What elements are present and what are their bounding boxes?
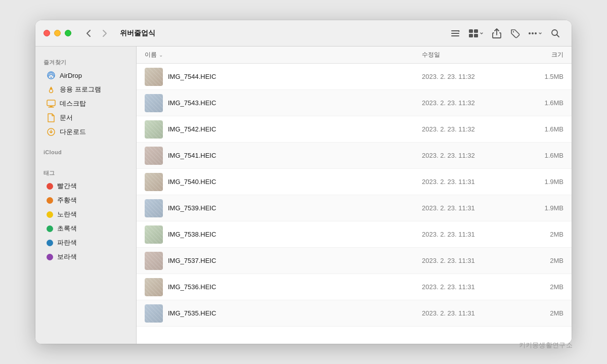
airdrop-icon	[47, 71, 56, 80]
sidebar-item-desktop[interactable]: 데스크탑	[38, 97, 133, 111]
tag-button[interactable]	[507, 25, 523, 41]
file-thumbnail	[145, 94, 163, 112]
more-button[interactable]	[525, 25, 545, 41]
svg-point-10	[535, 32, 537, 34]
sidebar-item-documents[interactable]: 문서	[38, 111, 133, 125]
main-content: 즐겨찾기 AirDrop	[35, 47, 572, 344]
file-date: 2023. 2. 23. 11:32	[422, 73, 523, 80]
sidebar-item-tag-green[interactable]: 초록색	[38, 221, 133, 236]
purple-tag-label: 보라색	[57, 252, 77, 261]
file-date: 2023. 2. 23. 11:31	[422, 283, 523, 291]
file-name: IMG_7536.HEIC	[168, 283, 422, 291]
file-name: IMG_7542.HEIC	[168, 125, 422, 133]
apps-icon	[47, 85, 56, 94]
table-row[interactable]: IMG_7537.HEIC 2023. 2. 23. 11:31 2MB	[137, 248, 572, 274]
file-date: 2023. 2. 23. 11:31	[422, 257, 523, 264]
svg-rect-15	[47, 100, 55, 106]
file-name: IMG_7540.HEIC	[168, 178, 422, 186]
sidebar-item-airdrop[interactable]: AirDrop	[38, 68, 133, 82]
column-date-header[interactable]: 수정일	[422, 51, 523, 59]
svg-point-8	[529, 32, 531, 34]
svg-point-13	[51, 77, 52, 78]
red-tag-dot	[47, 183, 53, 190]
file-name: IMG_7538.HEIC	[168, 231, 422, 238]
forward-button[interactable]	[98, 26, 112, 40]
desktop-label: 데스크탑	[60, 99, 86, 108]
sidebar: 즐겨찾기 AirDrop	[35, 47, 137, 344]
blue-tag-label: 파란색	[57, 238, 77, 247]
maximize-button[interactable]	[65, 30, 71, 36]
applications-label: 응용 프로그램	[60, 85, 101, 94]
file-area: 이름 ⌄ 수정일 크기 IMG_7544.HEIC 2023. 2. 23. 1…	[137, 47, 572, 344]
airdrop-label: AirDrop	[60, 72, 82, 79]
share-button[interactable]	[489, 25, 505, 41]
list-view-button[interactable]	[447, 25, 463, 41]
file-size: 1.6MB	[523, 99, 563, 107]
green-tag-label: 초록색	[57, 224, 77, 233]
close-button[interactable]	[44, 30, 50, 36]
file-size: 1.9MB	[523, 178, 563, 186]
file-name: IMG_7539.HEIC	[168, 204, 422, 212]
table-row[interactable]: IMG_7535.HEIC 2023. 2. 23. 11:31 2MB	[137, 300, 572, 327]
table-row[interactable]: IMG_7544.HEIC 2023. 2. 23. 11:32 1.5MB	[137, 64, 572, 90]
table-row[interactable]: IMG_7536.HEIC 2023. 2. 23. 11:31 2MB	[137, 274, 572, 300]
file-size: 2MB	[523, 309, 563, 317]
file-size: 1.6MB	[523, 152, 563, 159]
file-thumbnail	[145, 252, 163, 270]
file-size: 2MB	[523, 231, 563, 238]
finder-window: 위버줄업식	[35, 20, 572, 344]
table-row[interactable]: IMG_7543.HEIC 2023. 2. 23. 11:32 1.6MB	[137, 90, 572, 116]
back-button[interactable]	[81, 26, 96, 40]
column-name-header[interactable]: 이름 ⌄	[145, 51, 422, 59]
file-thumbnail	[145, 278, 163, 296]
download-icon	[47, 127, 56, 136]
sidebar-item-tag-blue[interactable]: 파란색	[38, 236, 133, 250]
downloads-label: 다운로드	[60, 127, 86, 136]
icloud-label: iCloud	[35, 145, 136, 157]
grid-view-button[interactable]	[465, 25, 487, 41]
file-name: IMG_7537.HEIC	[168, 257, 422, 264]
sidebar-item-downloads[interactable]: 다운로드	[38, 125, 133, 139]
traffic-lights	[44, 30, 71, 36]
sidebar-item-applications[interactable]: 응용 프로그램	[38, 82, 133, 97]
column-size-header[interactable]: 크기	[523, 51, 563, 59]
svg-rect-0	[451, 30, 459, 31]
svg-rect-1	[451, 33, 459, 34]
sidebar-item-tag-red[interactable]: 빨간색	[38, 179, 133, 193]
file-name: IMG_7543.HEIC	[168, 99, 422, 107]
search-button[interactable]	[547, 25, 563, 41]
svg-rect-3	[469, 29, 473, 33]
column-header: 이름 ⌄ 수정일 크기	[137, 47, 572, 64]
file-date: 2023. 2. 23. 11:32	[422, 152, 523, 159]
documents-label: 문서	[60, 113, 73, 122]
minimize-button[interactable]	[54, 30, 61, 36]
table-row[interactable]: IMG_7540.HEIC 2023. 2. 23. 11:31 1.9MB	[137, 169, 572, 195]
svg-point-14	[50, 89, 53, 93]
sidebar-item-tag-purple[interactable]: 보라색	[38, 250, 133, 264]
file-size: 1.5MB	[523, 73, 563, 80]
sidebar-item-tag-orange[interactable]: 주황색	[38, 193, 133, 207]
yellow-tag-label: 노란색	[57, 210, 77, 219]
svg-rect-4	[474, 29, 478, 33]
window-title: 위버줄업식	[120, 29, 155, 38]
file-thumbnail	[145, 147, 163, 165]
file-thumbnail	[145, 173, 163, 191]
toolbar-right	[447, 25, 563, 41]
table-row[interactable]: IMG_7538.HEIC 2023. 2. 23. 11:31 2MB	[137, 221, 572, 248]
sidebar-item-tag-yellow[interactable]: 노란색	[38, 207, 133, 221]
table-row[interactable]: IMG_7542.HEIC 2023. 2. 23. 11:32 1.6MB	[137, 116, 572, 143]
yellow-tag-dot	[47, 211, 53, 218]
orange-tag-dot	[47, 197, 53, 204]
file-size: 1.6MB	[523, 125, 563, 133]
watermark: 키키몽생활연구소	[519, 341, 573, 350]
table-row[interactable]: IMG_7539.HEIC 2023. 2. 23. 11:31 1.9MB	[137, 195, 572, 221]
tags-label: 태그	[35, 165, 136, 179]
file-size: 1.9MB	[523, 204, 563, 212]
file-thumbnail	[145, 68, 163, 86]
file-date: 2023. 2. 23. 11:32	[422, 125, 523, 133]
orange-tag-label: 주황색	[57, 196, 77, 205]
desktop-icon	[47, 99, 56, 108]
table-row[interactable]: IMG_7541.HEIC 2023. 2. 23. 11:32 1.6MB	[137, 143, 572, 169]
file-date: 2023. 2. 23. 11:31	[422, 231, 523, 238]
doc-icon	[47, 113, 56, 122]
